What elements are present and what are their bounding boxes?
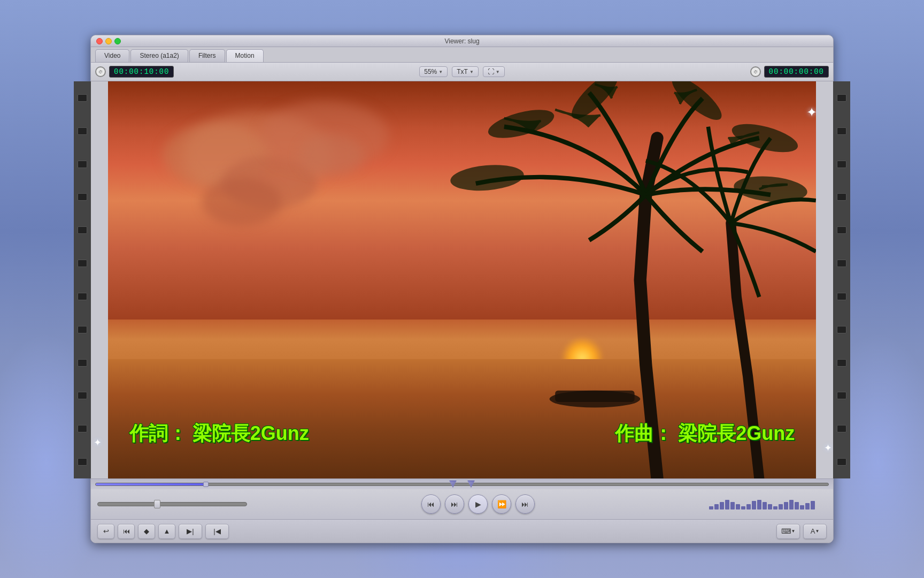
view-dropdown[interactable]: ⛶ ▼ [483, 66, 505, 77]
back-icon: ↩ [103, 527, 109, 535]
up-button[interactable]: ▲ [158, 524, 175, 539]
vol-bar-6 [736, 504, 740, 509]
next-marker[interactable] [467, 481, 475, 488]
title-bar: Viewer: slug [91, 35, 833, 47]
prev-edit-button[interactable]: |◀ [205, 524, 229, 539]
progress-fill [96, 483, 206, 485]
skip-to-start-button[interactable]: ⏮ [118, 524, 135, 539]
vol-bar-18 [800, 505, 804, 509]
vol-bar-1 [709, 506, 713, 509]
diamond-button[interactable]: ◆ [138, 524, 155, 539]
tab-stereo[interactable]: Stereo (a1a2) [130, 49, 188, 62]
vol-bar-4 [725, 500, 729, 509]
vol-bar-11 [763, 502, 767, 509]
vol-bar-3 [720, 502, 724, 509]
keyboard-icon: ⌨ [781, 527, 791, 535]
video-content: 作詞： 梁院長2Gunz 作曲： 梁院長2Gunz [108, 81, 816, 478]
video-frame: 作詞： 梁院長2Gunz 作曲： 梁院長2Gunz [108, 81, 816, 478]
volume-bars [709, 499, 815, 509]
font-button[interactable]: A ▼ [803, 524, 827, 539]
vol-bar-16 [789, 500, 794, 509]
skip-start-icon: ⏮ [123, 527, 130, 535]
bottom-controls: ↩ ⏮ ◆ ▲ ▶| |◀ ⌨ ▼ A [91, 519, 833, 543]
vol-bar-2 [714, 504, 719, 509]
vol-bar-7 [741, 506, 745, 509]
time-current: 00:00:10:00 [109, 66, 174, 78]
vol-bar-12 [768, 504, 772, 509]
zoom-dropdown-arrow: ▼ [438, 70, 443, 74]
play-button[interactable]: ▶ [468, 495, 488, 514]
time-total: 00:00:00:00 [764, 66, 829, 78]
vol-bar-5 [730, 502, 735, 509]
film-hole [78, 226, 87, 234]
window-title: Viewer: slug [444, 37, 479, 45]
left-slider-thumb[interactable] [154, 500, 160, 508]
tab-motion[interactable]: Motion [226, 49, 264, 62]
progress-thumb[interactable] [203, 482, 209, 487]
palm-tree-svg [320, 81, 816, 478]
font-icon: A [811, 527, 815, 535]
toolbar-right: ⏱ 00:00:00:00 [750, 66, 829, 78]
film-hole [78, 193, 87, 201]
transport-controls: ⏮ ⏭ ▶ ⏩ ⏭ [91, 489, 833, 519]
zoom-dropdown[interactable]: 55% ▼ [419, 66, 448, 77]
film-hole [837, 425, 846, 432]
film-hole [837, 94, 846, 102]
film-hole [78, 326, 87, 333]
film-hole [837, 226, 846, 234]
view-dropdown-arrow: ▼ [496, 70, 500, 74]
player-window: Viewer: slug Video Stereo (a1a2) Filters… [90, 35, 834, 543]
film-hole [78, 392, 87, 399]
film-hole [837, 359, 846, 367]
film-hole [78, 161, 87, 168]
svg-point-2 [666, 81, 727, 126]
prev-frame-button[interactable]: ⏭ [445, 495, 464, 514]
maximize-button[interactable] [114, 38, 121, 44]
minimize-button[interactable] [105, 38, 112, 44]
progress-center-markers [449, 481, 475, 488]
film-hole [837, 260, 846, 267]
clock-icon-right: ⏱ [750, 66, 761, 77]
toolbar: ⏱ 00:00:10:00 55% ▼ TxT ▼ ⛶ ▼ ⏱ 00:00:00… [91, 62, 833, 81]
tab-filters[interactable]: Filters [189, 49, 225, 62]
vol-bar-8 [746, 504, 751, 509]
next-edit-button[interactable]: ▶| [179, 524, 202, 539]
clock-icon-left: ⏱ [95, 66, 106, 77]
vol-bar-9 [752, 501, 756, 509]
close-button[interactable] [96, 38, 103, 44]
video-area: 作詞： 梁院長2Gunz 作曲： 梁院長2Gunz [91, 81, 833, 478]
back-button[interactable]: ↩ [97, 524, 114, 539]
vol-bar-14 [779, 504, 783, 509]
svg-rect-7 [555, 391, 634, 402]
next-frame-button[interactable]: ⏩ [492, 495, 511, 514]
mode-dropdown[interactable]: TxT ▼ [452, 66, 479, 77]
vol-bar-10 [757, 500, 761, 509]
film-hole [78, 425, 87, 432]
mode-dropdown-arrow: ▼ [469, 70, 474, 74]
subtitle-left: 作詞： 梁院長2Gunz [129, 421, 309, 447]
film-hole [837, 326, 846, 333]
subtitle-right: 作曲： 梁院長2Gunz [615, 421, 795, 447]
tab-video[interactable]: Video [95, 49, 129, 62]
film-hole [837, 392, 846, 399]
bottom-right-buttons: ⌨ ▼ A ▼ [776, 524, 827, 539]
vol-bar-17 [795, 502, 799, 509]
expand-icon: ⛶ [488, 68, 494, 75]
prev-edit-icon: |◀ [213, 527, 220, 535]
progress-area[interactable] [91, 478, 833, 489]
film-hole [78, 458, 87, 466]
bottom-left-buttons: ↩ ⏮ ◆ ▲ ▶| |◀ [97, 524, 229, 539]
go-to-start-button[interactable]: ⏮ [421, 495, 441, 514]
diamond-icon: ◆ [144, 527, 149, 535]
up-icon: ▲ [164, 527, 171, 535]
film-hole [837, 127, 846, 135]
prev-marker[interactable] [449, 481, 457, 488]
toolbar-center: 55% ▼ TxT ▼ ⛶ ▼ [177, 66, 746, 77]
left-slider[interactable] [97, 502, 247, 506]
film-hole [78, 94, 87, 102]
keyboard-button[interactable]: ⌨ ▼ [776, 524, 800, 539]
film-strip-left [74, 81, 91, 478]
go-to-end-button[interactable]: ⏭ [515, 495, 535, 514]
tabs-bar: Video Stereo (a1a2) Filters Motion [91, 47, 833, 62]
film-hole [78, 359, 87, 367]
